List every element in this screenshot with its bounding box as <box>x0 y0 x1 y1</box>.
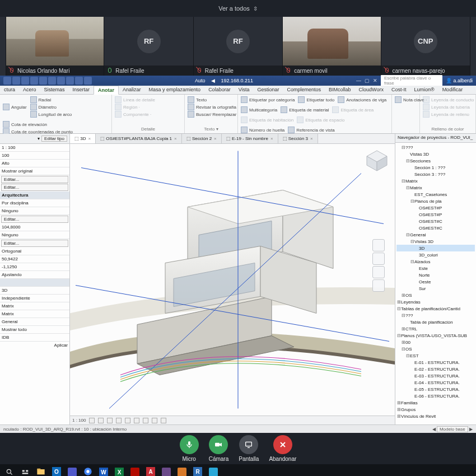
taskbar-outlook-icon[interactable]: O <box>49 465 64 476</box>
tree-node[interactable]: 3D <box>396 245 475 251</box>
user-menu[interactable]: 👤 a.alberdi <box>446 78 473 83</box>
tree-node[interactable]: ⊞Grupos <box>396 406 475 413</box>
property-row[interactable]: 104,8000 <box>0 223 69 231</box>
ribbon-item[interactable]: Diámetro <box>30 104 72 110</box>
property-row[interactable]: IDB <box>0 334 69 342</box>
ribbon-tab[interactable]: Lumion® <box>410 86 438 94</box>
tree-node[interactable]: E-03 - ESTRUCTURA. <box>396 372 475 379</box>
property-row[interactable]: General <box>0 318 69 326</box>
ribbon-tab[interactable]: Masa y emplazamiento <box>145 86 205 94</box>
ribbon-tab[interactable]: Modificar <box>438 86 467 94</box>
ribbon-item-angular[interactable]: Angular <box>3 96 27 118</box>
property-row[interactable]: Arquitectura <box>0 192 69 199</box>
tree-node[interactable]: ⊟General <box>396 231 475 238</box>
view-tab[interactable]: ⬚ OS#EST#PLANTA BAJA Copia 1× <box>96 134 182 143</box>
ribbon-item[interactable]: Cota de elevación <box>3 121 73 128</box>
tree-node[interactable]: Vistas 3D <box>396 151 475 157</box>
taskbar-teams-icon[interactable] <box>65 465 80 476</box>
nav-wheel-button[interactable] <box>372 239 385 251</box>
viewcube[interactable] <box>365 148 389 173</box>
tree-node[interactable]: ⊟??? <box>396 144 475 151</box>
taskbar-chrome-icon[interactable] <box>81 465 95 476</box>
edit-button[interactable]: Editar... <box>1 216 68 223</box>
property-row[interactable]: Mostrar todo <box>0 326 69 334</box>
ribbon-tab[interactable]: Anotar <box>94 86 119 95</box>
chevron-updown-icon[interactable]: ⇳ <box>253 6 258 12</box>
edit-type-button[interactable]: Editar tipo <box>41 136 67 142</box>
close-tab-icon[interactable]: × <box>310 136 313 141</box>
ribbon-tab[interactable]: BIMcollab <box>325 86 355 94</box>
nav-zoom-button[interactable] <box>372 266 385 278</box>
viewbar-button[interactable] <box>89 418 95 423</box>
model-selector[interactable]: Modelo base <box>437 426 468 432</box>
view-tab[interactable]: ⬚ 3D× <box>70 134 96 143</box>
close-icon[interactable]: ✕ <box>373 78 377 83</box>
ribbon-tab[interactable]: ctura <box>0 86 19 94</box>
tree-node[interactable]: ⊟??? <box>396 312 475 319</box>
taskbar-autocad-icon[interactable]: A <box>143 465 158 476</box>
apply-button[interactable]: Aplicar <box>54 343 68 348</box>
ribbon-tab[interactable]: Sistemas <box>40 86 69 94</box>
taskbar-photos-icon[interactable] <box>206 465 221 476</box>
ribbon-item[interactable]: Número de huella <box>241 127 284 133</box>
tree-node[interactable]: OS#EST#P <box>396 211 475 218</box>
tree-node[interactable]: ⊟Planos (VISTA-USO_VISTA-SUB <box>396 332 475 339</box>
ribbon-item[interactable]: Etiquetar por categoría <box>241 96 295 103</box>
property-row[interactable]: Independiente <box>0 295 69 302</box>
ribbon-item[interactable]: Texto <box>188 96 236 103</box>
tree-node[interactable]: ⊟Alzados <box>396 258 475 265</box>
property-row[interactable]: Matrix <box>0 310 69 318</box>
tree-node[interactable]: Este <box>396 265 475 272</box>
ribbon-item[interactable]: Etiqueta de material <box>281 106 329 113</box>
property-row[interactable]: Matrix <box>0 302 69 310</box>
nav-orbit-button[interactable] <box>372 279 385 292</box>
tree-node[interactable]: OS#EST#C <box>396 218 475 225</box>
tree-node[interactable]: Sección 3 : ??? <box>396 171 475 178</box>
view-all-label[interactable]: Ver a todos <box>218 5 250 12</box>
qat-button[interactable] <box>12 77 20 85</box>
tree-node[interactable]: E-02 - ESTRUCTURA. <box>396 366 475 372</box>
property-row[interactable] <box>0 279 69 287</box>
tree-node[interactable]: ⊞Leyendas <box>396 298 475 305</box>
ribbon-tab[interactable]: Gestionar <box>254 86 283 94</box>
ribbon-item[interactable]: Multicategoría <box>241 106 277 113</box>
viewbar-button[interactable] <box>134 418 139 423</box>
close-tab-icon[interactable]: × <box>88 136 91 141</box>
ribbon-item[interactable]: Anotaciones de viga <box>338 96 386 103</box>
ribbon-item[interactable]: Etiquetar todo <box>298 96 334 103</box>
tree-node[interactable]: Sección 1 : ??? <box>396 164 475 171</box>
view-tab[interactable]: ⬚ Sección 3× <box>278 134 318 143</box>
property-row[interactable]: Alto <box>0 160 69 167</box>
tree-node[interactable]: ⊟Planos de pla <box>396 198 475 204</box>
leave-button[interactable]: Abandonar <box>269 435 296 462</box>
tree-node[interactable]: ⊞OS <box>396 292 475 298</box>
close-tab-icon[interactable]: × <box>214 136 217 141</box>
view-scale[interactable]: 1 : 100 <box>72 418 86 423</box>
qat-button[interactable] <box>66 77 74 85</box>
qat-button[interactable] <box>57 77 65 85</box>
ribbon-item[interactable]: Revisar la ortografía <box>188 104 236 110</box>
ribbon-tab[interactable]: Vista <box>235 86 254 94</box>
tree-node[interactable]: ⊟Vistas 3D <box>396 238 475 245</box>
tree-node[interactable]: Norte <box>396 272 475 278</box>
property-row[interactable]: Ortogonal <box>0 248 69 255</box>
search-input[interactable]: Escribe palabra clave o frase <box>381 75 442 86</box>
ribbon-tab[interactable]: Colaborar <box>204 86 235 94</box>
tree-node[interactable]: Sur <box>396 285 475 292</box>
ribbon-tab[interactable]: Cost-It <box>388 86 410 94</box>
qat-button[interactable] <box>48 77 56 85</box>
qat-button[interactable] <box>75 77 83 85</box>
participant-cell[interactable]: RF Rafel Fraile <box>104 17 193 76</box>
tree-node[interactable]: ⊟Tablas de planificación/Cantid <box>396 305 475 312</box>
close-tab-icon[interactable]: × <box>174 136 177 141</box>
ribbon-tab[interactable]: Insertar <box>69 86 94 94</box>
viewbar-button[interactable] <box>161 418 166 423</box>
edit-button[interactable]: Editar... <box>1 240 68 247</box>
micro-button[interactable]: Micro <box>180 435 199 462</box>
model-view[interactable] <box>70 144 395 416</box>
tree-node[interactable]: ⊟Matrix <box>396 178 475 184</box>
tree-node[interactable]: E-06 - ESTRUCTURA. <box>396 393 475 399</box>
qat-button[interactable] <box>3 77 11 85</box>
ribbon-tab[interactable]: Complementos <box>283 86 325 94</box>
taskbar-acrobat-icon[interactable] <box>128 465 142 476</box>
